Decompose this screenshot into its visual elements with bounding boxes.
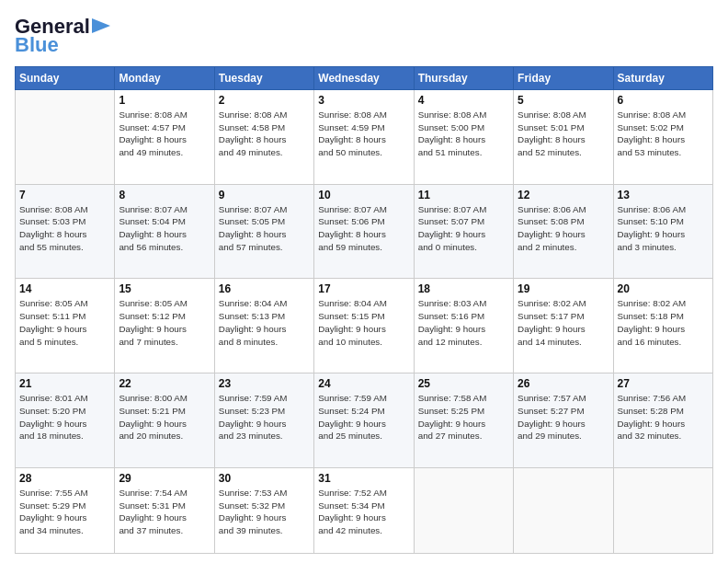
calendar-cell: 6Sunrise: 8:08 AM Sunset: 5:02 PM Daylig… xyxy=(613,90,712,185)
day-info: Sunrise: 7:59 AM Sunset: 5:23 PM Dayligh… xyxy=(219,393,288,441)
day-info: Sunrise: 8:05 AM Sunset: 5:11 PM Dayligh… xyxy=(19,298,88,346)
day-number: 26 xyxy=(518,377,609,390)
calendar-cell: 20Sunrise: 8:02 AM Sunset: 5:18 PM Dayli… xyxy=(613,279,712,373)
svg-marker-0 xyxy=(92,18,110,33)
page: General Blue SundayMondayTuesdayWednesda… xyxy=(0,0,728,563)
weekday-header-thursday: Thursday xyxy=(414,67,513,90)
calendar-cell: 17Sunrise: 8:04 AM Sunset: 5:15 PM Dayli… xyxy=(314,279,414,373)
calendar-table: SundayMondayTuesdayWednesdayThursdayFrid… xyxy=(15,66,713,554)
day-info: Sunrise: 7:55 AM Sunset: 5:29 PM Dayligh… xyxy=(19,488,88,535)
logo-arrow-icon xyxy=(92,17,112,35)
calendar-cell: 16Sunrise: 8:04 AM Sunset: 5:13 PM Dayli… xyxy=(214,279,313,373)
day-number: 9 xyxy=(219,189,310,201)
day-number: 22 xyxy=(119,377,210,390)
day-number: 21 xyxy=(19,377,110,390)
weekday-header-sunday: Sunday xyxy=(16,67,115,90)
day-number: 28 xyxy=(19,472,110,485)
calendar-cell: 10Sunrise: 8:07 AM Sunset: 5:06 PM Dayli… xyxy=(314,184,414,279)
day-info: Sunrise: 8:06 AM Sunset: 5:10 PM Dayligh… xyxy=(618,204,687,252)
calendar-cell: 5Sunrise: 8:08 AM Sunset: 5:01 PM Daylig… xyxy=(514,90,613,185)
day-number: 12 xyxy=(518,189,609,201)
day-info: Sunrise: 8:07 AM Sunset: 5:04 PM Dayligh… xyxy=(119,204,188,252)
day-info: Sunrise: 7:57 AM Sunset: 5:27 PM Dayligh… xyxy=(518,393,586,441)
day-number: 31 xyxy=(318,472,409,485)
day-number: 16 xyxy=(219,282,310,295)
day-number: 23 xyxy=(219,377,310,390)
calendar-cell: 29Sunrise: 7:54 AM Sunset: 5:31 PM Dayli… xyxy=(115,467,214,553)
day-number: 15 xyxy=(119,282,210,295)
day-info: Sunrise: 8:07 AM Sunset: 5:05 PM Dayligh… xyxy=(219,204,288,252)
calendar-cell: 25Sunrise: 7:58 AM Sunset: 5:25 PM Dayli… xyxy=(414,373,513,468)
day-info: Sunrise: 7:54 AM Sunset: 5:31 PM Dayligh… xyxy=(119,488,188,535)
calendar-cell xyxy=(514,467,613,553)
day-number: 5 xyxy=(518,94,609,107)
day-info: Sunrise: 8:08 AM Sunset: 5:00 PM Dayligh… xyxy=(418,109,487,157)
day-info: Sunrise: 8:04 AM Sunset: 5:15 PM Dayligh… xyxy=(318,298,387,346)
logo: General Blue xyxy=(15,15,112,57)
day-number: 6 xyxy=(618,94,709,107)
calendar-cell: 12Sunrise: 8:06 AM Sunset: 5:08 PM Dayli… xyxy=(514,184,613,279)
calendar-cell: 8Sunrise: 8:07 AM Sunset: 5:04 PM Daylig… xyxy=(115,184,214,279)
calendar-cell: 4Sunrise: 8:08 AM Sunset: 5:00 PM Daylig… xyxy=(414,90,513,185)
calendar-week-row: 28Sunrise: 7:55 AM Sunset: 5:29 PM Dayli… xyxy=(16,467,713,553)
day-number: 27 xyxy=(618,377,709,390)
day-number: 8 xyxy=(119,189,210,201)
calendar-cell: 22Sunrise: 8:00 AM Sunset: 5:21 PM Dayli… xyxy=(115,373,214,468)
calendar-cell xyxy=(613,467,712,553)
day-info: Sunrise: 8:00 AM Sunset: 5:21 PM Dayligh… xyxy=(119,393,188,441)
day-info: Sunrise: 8:06 AM Sunset: 5:08 PM Dayligh… xyxy=(518,204,586,252)
day-info: Sunrise: 8:08 AM Sunset: 4:58 PM Dayligh… xyxy=(219,109,288,157)
calendar-cell: 14Sunrise: 8:05 AM Sunset: 5:11 PM Dayli… xyxy=(16,279,115,373)
day-number: 3 xyxy=(318,94,409,107)
day-info: Sunrise: 8:08 AM Sunset: 5:02 PM Dayligh… xyxy=(618,109,687,157)
day-info: Sunrise: 7:56 AM Sunset: 5:28 PM Dayligh… xyxy=(618,393,687,441)
day-info: Sunrise: 8:07 AM Sunset: 5:06 PM Dayligh… xyxy=(318,204,387,252)
calendar-cell xyxy=(16,90,115,185)
calendar-cell: 13Sunrise: 8:06 AM Sunset: 5:10 PM Dayli… xyxy=(613,184,712,279)
day-number: 7 xyxy=(19,189,110,201)
day-number: 17 xyxy=(318,282,409,295)
day-number: 29 xyxy=(119,472,210,485)
day-info: Sunrise: 8:07 AM Sunset: 5:07 PM Dayligh… xyxy=(418,204,487,252)
day-number: 2 xyxy=(219,94,310,107)
header: General Blue xyxy=(15,15,713,57)
day-info: Sunrise: 8:01 AM Sunset: 5:20 PM Dayligh… xyxy=(19,393,88,441)
calendar-cell: 30Sunrise: 7:53 AM Sunset: 5:32 PM Dayli… xyxy=(214,467,313,553)
calendar-cell: 1Sunrise: 8:08 AM Sunset: 4:57 PM Daylig… xyxy=(115,90,214,185)
day-number: 20 xyxy=(618,282,709,295)
day-info: Sunrise: 7:59 AM Sunset: 5:24 PM Dayligh… xyxy=(318,393,387,441)
calendar-cell: 24Sunrise: 7:59 AM Sunset: 5:24 PM Dayli… xyxy=(314,373,414,468)
day-info: Sunrise: 8:08 AM Sunset: 4:59 PM Dayligh… xyxy=(318,109,387,157)
day-number: 4 xyxy=(418,94,509,107)
calendar-cell: 15Sunrise: 8:05 AM Sunset: 5:12 PM Dayli… xyxy=(115,279,214,373)
day-number: 18 xyxy=(418,282,509,295)
logo-blue: Blue xyxy=(15,33,59,57)
calendar-cell: 27Sunrise: 7:56 AM Sunset: 5:28 PM Dayli… xyxy=(613,373,712,468)
calendar-cell: 21Sunrise: 8:01 AM Sunset: 5:20 PM Dayli… xyxy=(16,373,115,468)
calendar-week-row: 1Sunrise: 8:08 AM Sunset: 4:57 PM Daylig… xyxy=(16,90,713,185)
calendar-week-row: 14Sunrise: 8:05 AM Sunset: 5:11 PM Dayli… xyxy=(16,279,713,373)
calendar-cell: 9Sunrise: 8:07 AM Sunset: 5:05 PM Daylig… xyxy=(214,184,313,279)
weekday-header-wednesday: Wednesday xyxy=(314,67,414,90)
calendar-cell: 19Sunrise: 8:02 AM Sunset: 5:17 PM Dayli… xyxy=(514,279,613,373)
day-info: Sunrise: 8:08 AM Sunset: 5:03 PM Dayligh… xyxy=(19,204,88,252)
day-info: Sunrise: 7:52 AM Sunset: 5:34 PM Dayligh… xyxy=(318,488,387,535)
day-number: 30 xyxy=(219,472,310,485)
calendar-cell: 23Sunrise: 7:59 AM Sunset: 5:23 PM Dayli… xyxy=(214,373,313,468)
weekday-header-row: SundayMondayTuesdayWednesdayThursdayFrid… xyxy=(16,67,713,90)
calendar-cell: 7Sunrise: 8:08 AM Sunset: 5:03 PM Daylig… xyxy=(16,184,115,279)
day-number: 24 xyxy=(318,377,409,390)
day-info: Sunrise: 8:08 AM Sunset: 4:57 PM Dayligh… xyxy=(119,109,188,157)
day-info: Sunrise: 8:02 AM Sunset: 5:17 PM Dayligh… xyxy=(518,298,586,346)
calendar-cell: 31Sunrise: 7:52 AM Sunset: 5:34 PM Dayli… xyxy=(314,467,414,553)
weekday-header-monday: Monday xyxy=(115,67,214,90)
day-info: Sunrise: 8:04 AM Sunset: 5:13 PM Dayligh… xyxy=(219,298,288,346)
day-info: Sunrise: 7:58 AM Sunset: 5:25 PM Dayligh… xyxy=(418,393,487,441)
calendar-cell: 18Sunrise: 8:03 AM Sunset: 5:16 PM Dayli… xyxy=(414,279,513,373)
weekday-header-saturday: Saturday xyxy=(613,67,712,90)
calendar-week-row: 21Sunrise: 8:01 AM Sunset: 5:20 PM Dayli… xyxy=(16,373,713,468)
day-number: 1 xyxy=(119,94,210,107)
day-info: Sunrise: 8:03 AM Sunset: 5:16 PM Dayligh… xyxy=(418,298,487,346)
calendar-cell: 26Sunrise: 7:57 AM Sunset: 5:27 PM Dayli… xyxy=(514,373,613,468)
day-number: 10 xyxy=(318,189,409,201)
